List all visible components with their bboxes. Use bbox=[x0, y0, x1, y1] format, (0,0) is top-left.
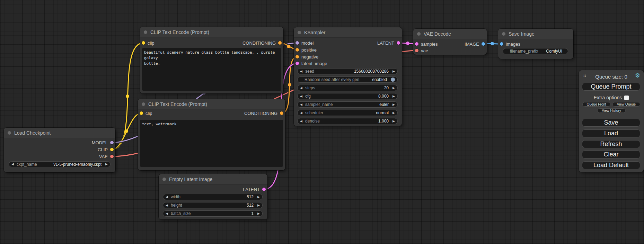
save-button[interactable]: Save bbox=[582, 119, 640, 127]
scheduler-widget[interactable]: ◀ scheduler normal ▶ bbox=[297, 110, 398, 116]
node-clip-text-encode-negative[interactable]: CLIP Text Encode (Prompt) clip CONDITION… bbox=[138, 99, 285, 170]
steps-widget[interactable]: ◀ steps 20 ▶ bbox=[297, 85, 398, 91]
decrement-icon[interactable]: ◀ bbox=[300, 70, 305, 73]
output-slot-model[interactable]: MODEL bbox=[92, 139, 114, 146]
input-slot-samples[interactable]: samples bbox=[415, 40, 438, 47]
conditioning-output-dot-icon[interactable] bbox=[278, 41, 282, 45]
increment-icon[interactable]: ▶ bbox=[390, 120, 395, 123]
cfg-widget[interactable]: ◀ cfg 8.000 ▶ bbox=[297, 93, 398, 99]
node-header[interactable]: CLIP Text Encode (Prompt) bbox=[140, 27, 283, 37]
negative-prompt-textarea[interactable]: text, watermark bbox=[140, 120, 283, 167]
denoise-widget[interactable]: ◀ denoise 1.000 ▶ bbox=[297, 118, 398, 124]
increment-icon[interactable]: ▶ bbox=[255, 212, 260, 215]
node-empty-latent-image[interactable]: Empty Latent Image LATENT ◀ width 512 ▶ … bbox=[159, 174, 267, 219]
collapse-dot-icon[interactable] bbox=[144, 30, 147, 34]
vae-output-dot-icon[interactable] bbox=[110, 155, 114, 158]
vae-input-dot-icon[interactable] bbox=[415, 49, 418, 52]
input-slot-images[interactable]: images bbox=[500, 40, 520, 47]
input-slot-latent-image[interactable]: latent_image bbox=[295, 60, 327, 67]
node-graph-canvas[interactable]: Load Checkpoint MODEL CLIP VAE ◀ ckpt_na… bbox=[0, 0, 644, 244]
node-header[interactable]: VAE Decode bbox=[413, 29, 487, 39]
conditioning-output-dot-icon[interactable] bbox=[280, 111, 283, 115]
model-input-dot-icon[interactable] bbox=[295, 41, 299, 45]
clip-input-dot-icon[interactable] bbox=[142, 41, 145, 45]
settings-gear-icon[interactable]: ⚙ bbox=[635, 73, 640, 79]
output-slot-image[interactable]: IMAGE bbox=[465, 40, 485, 47]
extra-options-checkbox[interactable] bbox=[624, 96, 629, 100]
random-seed-toggle-widget[interactable]: Random seed after every gen enabled bbox=[297, 76, 398, 83]
width-widget[interactable]: ◀ width 512 ▶ bbox=[163, 194, 263, 200]
increment-icon[interactable]: ▶ bbox=[390, 95, 395, 98]
output-slot-conditioning[interactable]: CONDITIONING bbox=[242, 39, 282, 46]
decrement-icon[interactable]: ◀ bbox=[300, 87, 305, 90]
increment-icon[interactable]: ▶ bbox=[390, 87, 395, 90]
collapse-dot-icon[interactable] bbox=[298, 31, 301, 34]
queue-front-button[interactable]: Queue Front bbox=[582, 102, 610, 107]
seed-widget[interactable]: ◀ seed 156680208700286 ▶ bbox=[297, 68, 398, 74]
decrement-icon[interactable]: ◀ bbox=[300, 120, 305, 123]
collapse-dot-icon[interactable] bbox=[417, 32, 421, 36]
negative-input-dot-icon[interactable] bbox=[295, 55, 299, 58]
filename-prefix-widget[interactable]: filename_prefix ComfyUI bbox=[503, 48, 568, 54]
node-header[interactable]: CLIP Text Encode (Prompt) bbox=[138, 99, 285, 109]
increment-icon[interactable]: ▶ bbox=[255, 204, 260, 207]
node-header[interactable]: Load Checkpoint bbox=[4, 128, 115, 138]
input-slot-vae[interactable]: vae bbox=[415, 47, 428, 54]
queue-prompt-button[interactable]: Queue Prompt bbox=[582, 83, 640, 91]
clip-input-dot-icon[interactable] bbox=[140, 111, 143, 115]
height-widget[interactable]: ◀ height 512 ▶ bbox=[163, 202, 263, 208]
collapse-dot-icon[interactable] bbox=[502, 32, 505, 36]
decrement-icon[interactable]: ◀ bbox=[300, 95, 305, 98]
samples-input-dot-icon[interactable] bbox=[415, 42, 418, 46]
clip-output-dot-icon[interactable] bbox=[110, 148, 114, 151]
decrement-icon[interactable]: ◀ bbox=[166, 212, 170, 215]
increment-icon[interactable]: ▶ bbox=[255, 196, 260, 199]
output-slot-conditioning[interactable]: CONDITIONING bbox=[244, 110, 283, 117]
decrement-icon[interactable]: ◀ bbox=[166, 196, 170, 199]
refresh-button[interactable]: Refresh bbox=[582, 140, 640, 148]
output-slot-vae[interactable]: VAE bbox=[99, 153, 114, 160]
latent-output-dot-icon[interactable] bbox=[397, 41, 400, 45]
node-vae-decode[interactable]: VAE Decode samples vae IMAGE bbox=[413, 29, 487, 55]
node-save-image[interactable]: Save Image images filename_prefix ComfyU… bbox=[498, 29, 573, 59]
input-slot-model[interactable]: model bbox=[295, 39, 314, 46]
collapse-dot-icon[interactable] bbox=[142, 102, 145, 106]
ckpt-name-widget[interactable]: ◀ ckpt_name v1-5-pruned-emaonly.ckpt ▶ bbox=[9, 161, 111, 167]
increment-icon[interactable]: ▶ bbox=[390, 103, 395, 106]
images-input-dot-icon[interactable] bbox=[500, 42, 503, 46]
decrement-icon[interactable]: ◀ bbox=[300, 103, 305, 106]
sampler-name-widget[interactable]: ◀ sampler_name euler ▶ bbox=[297, 101, 398, 108]
output-slot-latent[interactable]: LATENT bbox=[243, 186, 266, 193]
increment-icon[interactable]: ▶ bbox=[103, 163, 108, 166]
clear-button[interactable]: Clear bbox=[582, 151, 640, 159]
decrement-icon[interactable]: ◀ bbox=[300, 111, 305, 115]
node-header[interactable]: Save Image bbox=[498, 29, 573, 39]
load-button[interactable]: Load bbox=[582, 129, 640, 137]
collapse-dot-icon[interactable] bbox=[8, 131, 11, 135]
collapse-dot-icon[interactable] bbox=[162, 178, 166, 181]
decrement-icon[interactable]: ◀ bbox=[11, 163, 16, 166]
node-header[interactable]: Empty Latent Image bbox=[159, 174, 267, 184]
batch-size-widget[interactable]: ◀ batch_size 1 ▶ bbox=[163, 210, 263, 217]
load-default-button[interactable]: Load Default bbox=[582, 161, 640, 169]
increment-icon[interactable]: ▶ bbox=[390, 70, 395, 73]
image-output-dot-icon[interactable] bbox=[482, 42, 485, 46]
output-slot-clip[interactable]: CLIP bbox=[98, 146, 114, 153]
node-ksampler[interactable]: KSampler model positive negative latent_… bbox=[294, 27, 402, 126]
latent-input-dot-icon[interactable] bbox=[295, 62, 299, 65]
view-history-button[interactable]: View History bbox=[597, 108, 626, 113]
toggle-on-icon[interactable] bbox=[391, 78, 395, 82]
positive-prompt-textarea[interactable]: beautiful scenery nature glass bottle la… bbox=[142, 48, 281, 91]
node-clip-text-encode-positive[interactable]: CLIP Text Encode (Prompt) clip CONDITION… bbox=[140, 27, 283, 93]
queue-panel[interactable]: ⠿ Queue size: 0 ⚙ Queue Prompt Extra opt… bbox=[579, 70, 644, 172]
input-slot-clip[interactable]: clip bbox=[140, 110, 152, 117]
output-slot-latent[interactable]: LATENT bbox=[377, 39, 400, 46]
latent-output-dot-icon[interactable] bbox=[262, 188, 266, 191]
node-header[interactable]: KSampler bbox=[294, 27, 402, 38]
increment-icon[interactable]: ▶ bbox=[390, 111, 395, 115]
input-slot-negative[interactable]: negative bbox=[295, 53, 318, 60]
input-slot-clip[interactable]: clip bbox=[142, 39, 155, 46]
decrement-icon[interactable]: ◀ bbox=[166, 204, 170, 207]
input-slot-positive[interactable]: positive bbox=[295, 46, 317, 53]
node-load-checkpoint[interactable]: Load Checkpoint MODEL CLIP VAE ◀ ckpt_na… bbox=[4, 128, 115, 172]
